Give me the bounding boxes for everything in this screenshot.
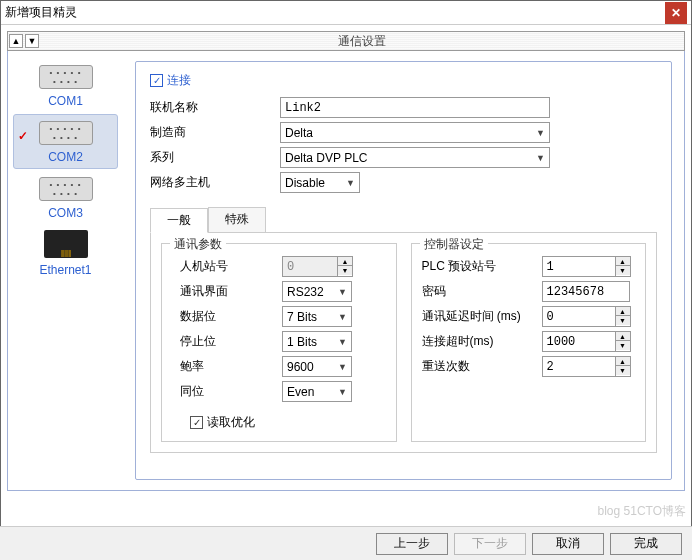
comm-params-fieldset: 通讯参数 人机站号 ▲▼ 通讯界面 RS232▼ 数据位 7 Bits▼ 停止位…: [161, 243, 397, 442]
settings-panel: ✓ 连接 联机名称 制造商 Delta▼ 系列 Delta DVP PLC▼ 网…: [135, 61, 672, 480]
serial-port-icon: [39, 177, 93, 201]
toolbar: ▲ ▼ 通信设置: [7, 31, 685, 51]
linkname-label: 联机名称: [150, 99, 280, 116]
chevron-down-icon: ▼: [338, 312, 347, 322]
sidebar-item-com1[interactable]: COM1: [8, 59, 123, 112]
multi-label: 网络多主机: [150, 174, 280, 191]
spin-up-icon: ▲: [616, 357, 630, 366]
readopt-checkbox[interactable]: ✓ 读取优化: [172, 414, 386, 431]
spin-up-icon: ▲: [338, 257, 352, 266]
tab-body: 通讯参数 人机站号 ▲▼ 通讯界面 RS232▼ 数据位 7 Bits▼ 停止位…: [150, 232, 657, 453]
connect-checkbox[interactable]: ✓ 连接: [150, 72, 657, 89]
chevron-down-icon: ▼: [338, 362, 347, 372]
main-area: COM1 COM2 COM3 Ethernet1 ✓ 连接 联机名称 制造商 D…: [7, 51, 685, 491]
spin-up-icon: ▲: [616, 332, 630, 341]
chevron-down-icon: ▼: [346, 178, 355, 188]
content: ✓ 连接 联机名称 制造商 Delta▼ 系列 Delta DVP PLC▼ 网…: [123, 51, 684, 490]
ethernet-icon: [44, 230, 88, 258]
linkname-input[interactable]: [280, 97, 550, 118]
parity-select[interactable]: Even▼: [282, 381, 352, 402]
station-label: 人机站号: [172, 258, 282, 275]
databits-label: 数据位: [172, 308, 282, 325]
finish-button[interactable]: 完成: [610, 533, 682, 555]
chevron-down-icon: ▼: [536, 153, 545, 163]
ctrl-legend: 控制器设定: [420, 236, 488, 253]
connect-label: 连接: [167, 72, 191, 89]
stopbits-label: 停止位: [172, 333, 282, 350]
sidebar-label: COM3: [12, 206, 119, 220]
iface-select[interactable]: RS232▼: [282, 281, 352, 302]
chevron-down-icon: ▼: [338, 337, 347, 347]
station-spinner[interactable]: ▲▼: [282, 256, 353, 277]
checkbox-icon: ✓: [190, 416, 203, 429]
plc-spinner[interactable]: ▲▼: [542, 256, 631, 277]
tab-general[interactable]: 一般: [150, 208, 208, 233]
baud-label: 鲍率: [172, 358, 282, 375]
comm-legend: 通讯参数: [170, 236, 226, 253]
spin-down-icon: ▼: [616, 316, 630, 325]
arrow-down-icon[interactable]: ▼: [25, 34, 39, 48]
timeout-spinner[interactable]: ▲▼: [542, 331, 631, 352]
timeout-label: 连接超时(ms): [422, 333, 542, 350]
spin-down-icon: ▼: [616, 341, 630, 350]
chevron-down-icon: ▼: [338, 287, 347, 297]
spin-down-icon: ▼: [616, 266, 630, 275]
series-label: 系列: [150, 149, 280, 166]
vendor-label: 制造商: [150, 124, 280, 141]
prev-button[interactable]: 上一步: [376, 533, 448, 555]
close-button[interactable]: ✕: [665, 2, 687, 24]
series-select[interactable]: Delta DVP PLC▼: [280, 147, 550, 168]
pwd-label: 密码: [422, 283, 542, 300]
spin-down-icon: ▼: [338, 266, 352, 275]
checkbox-icon: ✓: [150, 74, 163, 87]
tab-special[interactable]: 特殊: [208, 207, 266, 232]
parity-label: 同位: [172, 383, 282, 400]
serial-port-icon: [39, 65, 93, 89]
tabs: 一般 特殊: [150, 207, 657, 232]
delay-spinner[interactable]: ▲▼: [542, 306, 631, 327]
sidebar-item-com2[interactable]: COM2: [13, 114, 118, 169]
retry-label: 重送次数: [422, 358, 542, 375]
watermark: blog 51CTO博客: [598, 503, 686, 520]
titlebar: 新增项目精灵 ✕: [1, 1, 691, 25]
pwd-input[interactable]: [542, 281, 630, 302]
chevron-down-icon: ▼: [338, 387, 347, 397]
plc-label: PLC 预设站号: [422, 258, 542, 275]
vendor-select[interactable]: Delta▼: [280, 122, 550, 143]
serial-port-icon: [39, 121, 93, 145]
toolbar-title: 通信设置: [40, 33, 684, 50]
sidebar-label: COM1: [12, 94, 119, 108]
sidebar-item-com3[interactable]: COM3: [8, 171, 123, 224]
controller-fieldset: 控制器设定 PLC 预设站号 ▲▼ 密码 通讯延迟时间 (ms) ▲▼ 连接超时…: [411, 243, 647, 442]
databits-select[interactable]: 7 Bits▼: [282, 306, 352, 327]
chevron-down-icon: ▼: [536, 128, 545, 138]
delay-label: 通讯延迟时间 (ms): [422, 308, 542, 325]
sidebar-item-ethernet1[interactable]: Ethernet1: [8, 224, 123, 281]
spin-up-icon: ▲: [616, 307, 630, 316]
spin-up-icon: ▲: [616, 257, 630, 266]
sidebar: COM1 COM2 COM3 Ethernet1: [8, 51, 123, 490]
sidebar-label: Ethernet1: [12, 263, 119, 277]
iface-label: 通讯界面: [172, 283, 282, 300]
window-title: 新增项目精灵: [5, 4, 665, 21]
arrow-up-icon[interactable]: ▲: [9, 34, 23, 48]
spin-down-icon: ▼: [616, 366, 630, 375]
next-button: 下一步: [454, 533, 526, 555]
cancel-button[interactable]: 取消: [532, 533, 604, 555]
retry-spinner[interactable]: ▲▼: [542, 356, 631, 377]
readopt-label: 读取优化: [207, 414, 255, 431]
multi-select[interactable]: Disable▼: [280, 172, 360, 193]
stopbits-select[interactable]: 1 Bits▼: [282, 331, 352, 352]
sidebar-label: COM2: [18, 150, 113, 164]
baud-select[interactable]: 9600▼: [282, 356, 352, 377]
footer: 上一步 下一步 取消 完成: [0, 526, 692, 560]
